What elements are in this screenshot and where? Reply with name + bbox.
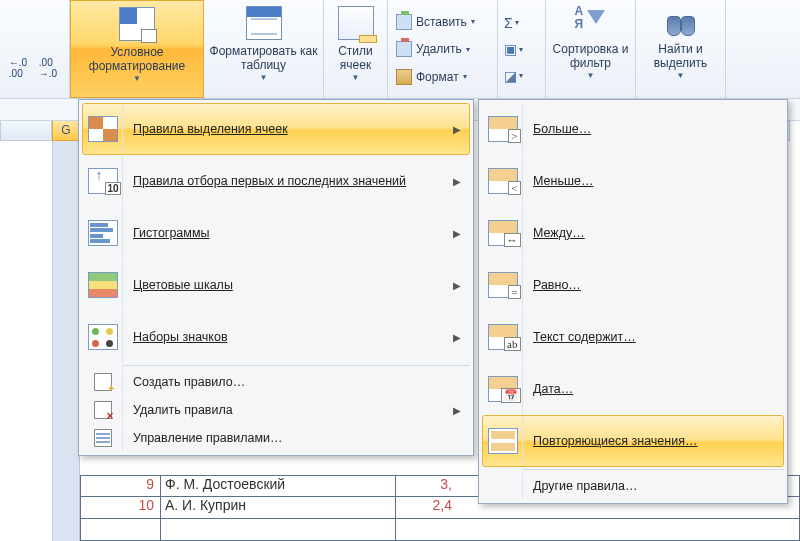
- editing-group: Σ▾ ▣▾ ◪▾: [498, 0, 546, 98]
- color-scales-icon: [88, 272, 118, 298]
- menu-top-bottom-rules[interactable]: Правила отбора первых и последних значен…: [82, 155, 470, 207]
- column-header-blank[interactable]: [0, 121, 52, 141]
- data-bars-icon: [88, 220, 118, 246]
- chevron-right-icon: ▶: [453, 124, 461, 135]
- manage-rules-icon: [94, 429, 112, 447]
- chevron-right-icon: ▶: [453, 176, 461, 187]
- delete-icon: [396, 41, 412, 57]
- menu-greater-than[interactable]: > Больше…: [482, 103, 784, 155]
- chevron-down-icon: ▼: [677, 71, 685, 80]
- column-header-g[interactable]: G: [52, 121, 80, 141]
- conditional-formatting-button[interactable]: Условное форматирование ▼: [70, 0, 204, 98]
- sort-filter-button[interactable]: Сортировка и фильтр ▼: [546, 0, 636, 98]
- cell-styles-icon: [338, 6, 374, 40]
- menu-equal-to[interactable]: = Равно…: [482, 259, 784, 311]
- between-icon: ↔: [488, 220, 518, 246]
- conditional-formatting-icon: [119, 7, 155, 41]
- clear-button[interactable]: ◪▾: [504, 68, 539, 84]
- menu-more-rules[interactable]: Другие правила…: [482, 472, 784, 500]
- format-as-table-icon: [246, 6, 282, 40]
- menu-less-than[interactable]: < Меньше…: [482, 155, 784, 207]
- fill-button[interactable]: ▣▾: [504, 41, 539, 57]
- chevron-right-icon: ▶: [453, 405, 461, 416]
- format-as-table-button[interactable]: Форматировать как таблицу ▼: [204, 0, 324, 98]
- menu-clear-rules[interactable]: Удалить правила ▶: [82, 396, 470, 424]
- clear-rules-icon: [94, 401, 112, 419]
- decrease-decimal-button[interactable]: .00→.0: [36, 56, 60, 80]
- greater-than-icon: >: [488, 116, 518, 142]
- table-row[interactable]: [80, 519, 800, 541]
- insert-cells-button[interactable]: Вставить▾: [396, 14, 489, 30]
- new-rule-icon: [94, 373, 112, 391]
- menu-new-rule[interactable]: Создать правило…: [82, 368, 470, 396]
- date-icon: 📅: [488, 376, 518, 402]
- ribbon: ←.0.00 .00→.0 Условное форматирование ▼ …: [0, 0, 800, 99]
- menu-data-bars[interactable]: Гистограммы ▶: [82, 207, 470, 259]
- chevron-down-icon: ▼: [587, 71, 595, 80]
- sort-filter-icon: [575, 6, 607, 38]
- menu-color-scales[interactable]: Цветовые шкалы ▶: [82, 259, 470, 311]
- menu-between[interactable]: ↔ Между…: [482, 207, 784, 259]
- find-select-button[interactable]: Найти и выделить ▼: [636, 0, 726, 98]
- menu-duplicate-values[interactable]: Повторяющиеся значения…: [482, 415, 784, 467]
- icon-sets-icon: [88, 324, 118, 350]
- equal-to-icon: =: [488, 272, 518, 298]
- autosum-button[interactable]: Σ▾: [504, 15, 539, 31]
- chevron-down-icon: ▼: [260, 73, 268, 82]
- chevron-right-icon: ▶: [453, 280, 461, 291]
- cell-styles-button[interactable]: Стили ячеек ▼: [324, 0, 388, 98]
- binoculars-icon: [665, 6, 697, 36]
- text-contains-icon: ab: [488, 324, 518, 350]
- chevron-down-icon: ▼: [133, 74, 141, 83]
- menu-highlight-cells-rules[interactable]: Правила выделения ячеек ▶: [82, 103, 470, 155]
- format-cells-button[interactable]: Формат▾: [396, 69, 489, 85]
- cells-group: Вставить▾ Удалить▾ Формат▾: [388, 0, 498, 98]
- format-icon: [396, 69, 412, 85]
- highlight-cells-submenu: > Больше… < Меньше… ↔ Между… = Равно… ab…: [478, 99, 788, 504]
- chevron-right-icon: ▶: [453, 332, 461, 343]
- selected-column-background: [52, 141, 80, 541]
- less-than-icon: <: [488, 168, 518, 194]
- top-bottom-icon: [88, 168, 118, 194]
- menu-date-occurring[interactable]: 📅 Дата…: [482, 363, 784, 415]
- menu-icon-sets[interactable]: Наборы значков ▶: [82, 311, 470, 363]
- delete-cells-button[interactable]: Удалить▾: [396, 41, 489, 57]
- insert-icon: [396, 14, 412, 30]
- chevron-right-icon: ▶: [453, 228, 461, 239]
- duplicates-icon: [488, 428, 518, 454]
- menu-text-contains[interactable]: ab Текст содержит…: [482, 311, 784, 363]
- increase-decimal-button[interactable]: ←.0.00: [6, 56, 30, 80]
- menu-manage-rules[interactable]: Управление правилами…: [82, 424, 470, 452]
- highlight-cells-icon: [88, 116, 118, 142]
- chevron-down-icon: ▼: [352, 73, 360, 82]
- conditional-formatting-menu: Правила выделения ячеек ▶ Правила отбора…: [78, 99, 474, 456]
- number-format-group: ←.0.00 .00→.0: [0, 0, 70, 98]
